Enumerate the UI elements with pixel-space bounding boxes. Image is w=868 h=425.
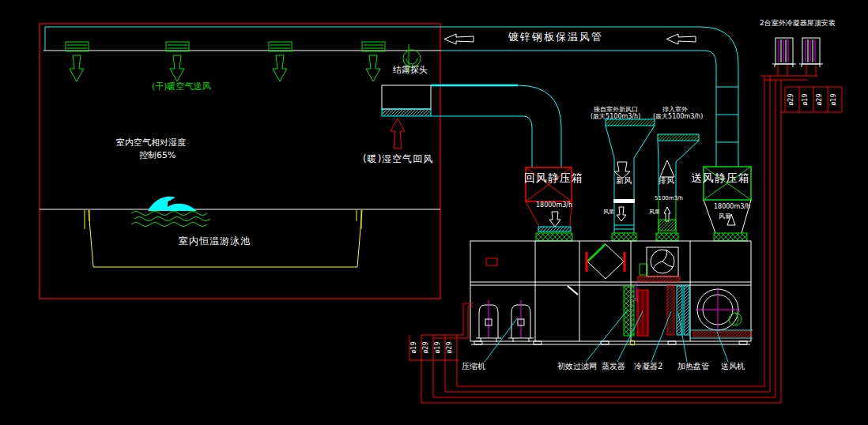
compressors bbox=[476, 300, 534, 342]
cad-canvas: 镀锌钢板保温风管 2台室外冷凝器屋顶安装 (干)暖空气送风 室内空气相对湿度 控… bbox=[0, 0, 868, 425]
return-plenum-outlet bbox=[536, 212, 572, 241]
compressor-label: 压缩机 bbox=[462, 363, 485, 370]
return-plenum-label: 回风静压箱 bbox=[524, 172, 583, 183]
ceiling-diffusers bbox=[66, 42, 385, 51]
filter-label: 初效过滤网 bbox=[557, 363, 597, 370]
exhaust-duct-label: 排风 bbox=[659, 177, 674, 185]
left-pipe-dia-3: ø19 bbox=[435, 337, 443, 358]
supply-flow-label: 18000m3/h bbox=[714, 204, 750, 210]
return-grille bbox=[382, 85, 431, 149]
exhaust-out-line1: 排入室外 bbox=[662, 107, 688, 113]
humidity-line2: 控制65% bbox=[139, 151, 175, 160]
probe-label: 结露探头 bbox=[393, 66, 428, 74]
water-waves bbox=[131, 212, 210, 227]
left-pipe-dia-4: ø29 bbox=[447, 337, 455, 358]
exhaust-fan bbox=[638, 247, 680, 281]
condenser2-label: 冷凝器2 bbox=[634, 363, 662, 370]
exhaust-out-line2: (最大5100m3/h) bbox=[653, 114, 703, 120]
pool-label: 室内恒温游泳池 bbox=[179, 236, 251, 246]
left-pipe-dia-1: ø19 bbox=[411, 337, 419, 358]
swimmer-icon bbox=[148, 197, 197, 211]
supply-fan-label: 送风机 bbox=[721, 363, 745, 370]
exhaust-duct bbox=[656, 134, 699, 241]
condenser-coil bbox=[667, 286, 674, 335]
fresh-flow-note: 风量 bbox=[603, 209, 614, 215]
heating-coil bbox=[677, 286, 689, 335]
humidity-line1: 室内空气相对湿度 bbox=[116, 138, 186, 147]
fresh-duct-label: 新风 bbox=[616, 177, 632, 185]
heat-recovery-diamond bbox=[486, 244, 625, 279]
supply-air-label: (干)暖空气送风 bbox=[152, 82, 211, 91]
return-air-label: (暖)湿空气回风 bbox=[363, 154, 433, 164]
fresh-intake-line1: 接自室外新风口 bbox=[594, 107, 638, 113]
fresh-intake-line2: (最大5100m3/h) bbox=[591, 114, 640, 120]
heating-coil-label: 加热盘管 bbox=[677, 363, 709, 370]
return-flow-label: 18000m3/h bbox=[536, 202, 572, 209]
supply-plenum-label: 送风静压箱 bbox=[691, 172, 750, 183]
left-pipe-dia-2: ø29 bbox=[423, 337, 431, 358]
right-pipe-dia-2: ø19 bbox=[802, 89, 810, 110]
right-pipe-dia-3: ø29 bbox=[817, 89, 825, 110]
return-duct bbox=[431, 85, 561, 167]
evaporator-coil bbox=[637, 290, 648, 336]
evaporator-label: 蒸发器 bbox=[602, 363, 625, 370]
supply-flow-note: 风量 bbox=[719, 213, 731, 220]
supply-air-arrows bbox=[70, 55, 380, 81]
duct-title: 镀锌钢板保温风管 bbox=[508, 32, 603, 42]
ahu-unit bbox=[470, 241, 751, 344]
exhaust-flow-note: 风量 bbox=[649, 209, 660, 215]
right-pipe-dia-1: ø29 bbox=[788, 89, 796, 110]
filter-section bbox=[624, 283, 638, 336]
condenser-title: 2台室外冷凝器屋顶安装 bbox=[760, 20, 836, 27]
exhaust-flow-label: 5100m3/h bbox=[655, 196, 683, 201]
outdoor-condensers bbox=[772, 38, 823, 67]
right-pipe-dia-4: ø19 bbox=[831, 89, 839, 110]
